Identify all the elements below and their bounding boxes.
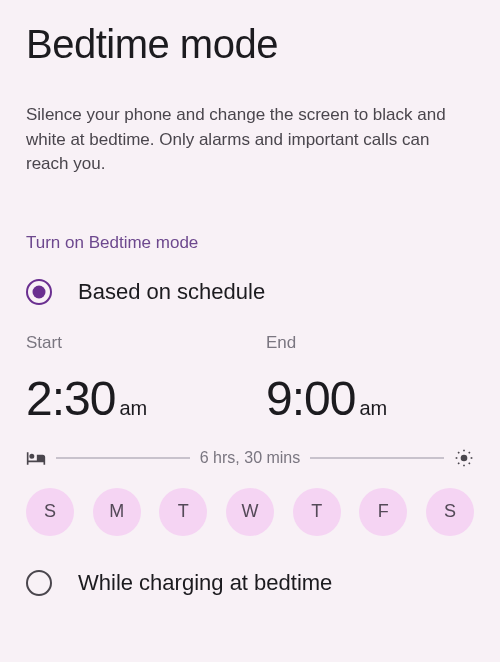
svg-point-0 [461, 455, 468, 462]
duration-line-left [56, 457, 190, 459]
start-ampm: am [119, 397, 147, 420]
description-text: Silence your phone and change the screen… [26, 103, 474, 177]
day-wed[interactable]: W [226, 488, 274, 536]
section-label: Turn on Bedtime mode [26, 233, 474, 253]
bed-icon [26, 448, 46, 468]
end-time: 9:00 [266, 371, 355, 426]
option-based-on-schedule[interactable]: Based on schedule [26, 279, 474, 305]
svg-line-7 [458, 463, 459, 464]
sun-icon [454, 448, 474, 468]
start-time: 2:30 [26, 371, 115, 426]
svg-line-4 [469, 463, 470, 464]
duration-line-right [310, 457, 444, 459]
schedule-section: Start 2:30 am End 9:00 am 6 hrs, 30 mins… [26, 333, 474, 536]
radio-schedule[interactable] [26, 279, 52, 305]
radio-charging[interactable] [26, 570, 52, 596]
day-sun[interactable]: S [26, 488, 74, 536]
day-thu[interactable]: T [293, 488, 341, 536]
duration-row: 6 hrs, 30 mins [26, 448, 474, 468]
start-time-block[interactable]: Start 2:30 am [26, 333, 234, 426]
end-label: End [266, 333, 474, 353]
page-title: Bedtime mode [26, 22, 474, 67]
day-fri[interactable]: F [359, 488, 407, 536]
day-mon[interactable]: M [93, 488, 141, 536]
day-sat[interactable]: S [426, 488, 474, 536]
option-charging-label: While charging at bedtime [78, 570, 332, 596]
end-time-block[interactable]: End 9:00 am [234, 333, 474, 426]
day-tue[interactable]: T [159, 488, 207, 536]
option-while-charging[interactable]: While charging at bedtime [26, 570, 474, 596]
svg-line-3 [458, 452, 459, 453]
start-label: Start [26, 333, 234, 353]
days-row: S M T W T F S [26, 488, 474, 536]
duration-text: 6 hrs, 30 mins [200, 449, 300, 467]
end-ampm: am [359, 397, 387, 420]
option-schedule-label: Based on schedule [78, 279, 265, 305]
svg-line-8 [469, 452, 470, 453]
